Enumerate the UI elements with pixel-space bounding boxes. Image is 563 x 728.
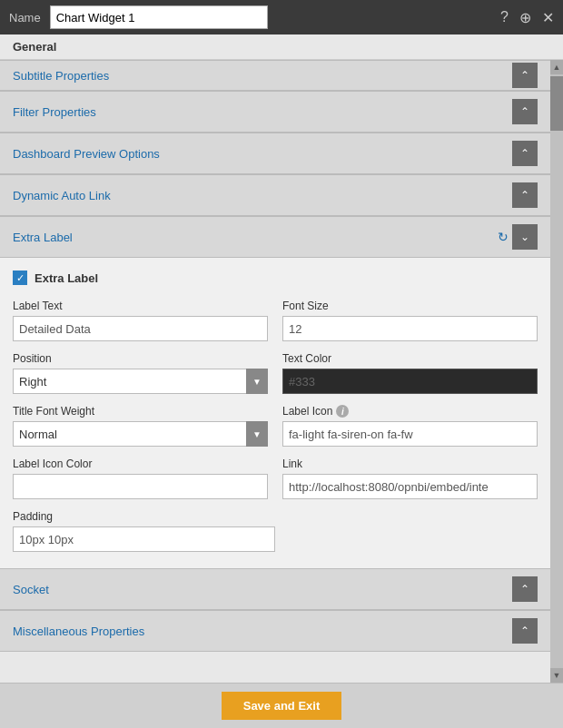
header: Name ? ⊕ ✕ (0, 0, 563, 34)
extra-label-checkbox-row: ✓ Extra Label (13, 271, 538, 285)
miscellaneous-label: Miscellaneous Properties (13, 625, 144, 638)
font-size-input[interactable] (282, 316, 538, 341)
header-icons: ? ⊕ ✕ (500, 9, 554, 26)
filter-label: Filter Properties (13, 105, 96, 119)
text-color-field: Text Color (282, 352, 538, 394)
form-grid: Label Text Font Size Position Right Left (13, 300, 538, 552)
name-label: Name (9, 11, 41, 25)
miscellaneous-chevron[interactable]: ⌃ (512, 618, 538, 644)
filter-section-header[interactable]: Filter Properties ⌃ (0, 91, 550, 133)
scrollbar[interactable]: ▲ ▼ (550, 60, 563, 683)
main-area: Subtitle Properties ⌃ Filter Properties … (0, 60, 563, 683)
font-size-label: Font Size (282, 300, 538, 312)
dashboard-preview-label: Dashboard Preview Options (13, 147, 160, 161)
label-icon-color-input[interactable] (13, 474, 268, 499)
save-exit-button[interactable]: Save and Exit (222, 692, 342, 720)
extra-label-content: ✓ Extra Label Label Text Font Size Posit… (0, 258, 550, 568)
label-icon-field: Label Icon i (282, 405, 538, 447)
link-input[interactable] (282, 474, 538, 499)
label-text-label: Label Text (13, 300, 268, 312)
socket-chevron[interactable]: ⌃ (512, 576, 538, 602)
extra-label-section-header[interactable]: Extra Label ↻ ⌄ (0, 216, 550, 258)
dynamic-auto-link-section-header[interactable]: Dynamic Auto Link ⌃ (0, 174, 550, 216)
general-tab[interactable]: General (0, 34, 563, 60)
extra-label-checkbox-label: Extra Label (35, 271, 98, 285)
title-font-weight-select[interactable]: Normal Bold Lighter (13, 421, 268, 447)
subtitle-chevron[interactable]: ⌃ (512, 63, 538, 88)
position-field: Position Right Left Center ▼ (13, 352, 268, 394)
position-select[interactable]: Right Left Center (13, 369, 268, 394)
label-icon-color-field: Label Icon Color (13, 457, 268, 499)
position-select-wrapper: Right Left Center ▼ (13, 369, 268, 394)
move-icon[interactable]: ⊕ (519, 9, 531, 26)
extra-label-section-actions: ↻ ⌄ (498, 224, 538, 250)
scrollbar-thumb[interactable] (550, 76, 563, 131)
label-icon-info[interactable]: i (336, 405, 349, 418)
refresh-icon[interactable]: ↻ (498, 230, 509, 244)
padding-label: Padding (13, 510, 538, 523)
scrollbar-up[interactable]: ▲ (550, 60, 563, 74)
miscellaneous-section-header[interactable]: Miscellaneous Properties ⌃ (0, 610, 550, 652)
padding-input[interactable] (13, 526, 275, 552)
extra-label-checkbox[interactable]: ✓ (13, 271, 27, 285)
help-icon[interactable]: ? (500, 9, 509, 26)
position-label: Position (13, 352, 268, 365)
label-icon-color-label: Label Icon Color (13, 457, 268, 470)
title-font-weight-label: Title Font Weight (13, 405, 268, 418)
dynamic-auto-link-label: Dynamic Auto Link (13, 189, 111, 202)
socket-section-header[interactable]: Socket ⌃ (0, 568, 550, 610)
label-icon-label: Label Icon i (282, 405, 538, 418)
title-font-weight-select-wrapper: Normal Bold Lighter ▼ (13, 421, 268, 447)
scroll-area[interactable]: Subtitle Properties ⌃ Filter Properties … (0, 60, 550, 683)
label-icon-input[interactable] (282, 421, 538, 447)
title-font-weight-field: Title Font Weight Normal Bold Lighter ▼ (13, 405, 268, 447)
subtitle-section-header[interactable]: Subtitle Properties ⌃ (0, 60, 550, 91)
text-color-label: Text Color (282, 352, 538, 365)
subtitle-label: Subtitle Properties (13, 69, 109, 83)
footer: Save and Exit (0, 683, 563, 728)
close-icon[interactable]: ✕ (542, 9, 554, 26)
extra-label-chevron[interactable]: ⌄ (512, 224, 538, 250)
font-size-field: Font Size (282, 300, 538, 341)
widget-name-input[interactable] (50, 5, 268, 29)
padding-field: Padding (13, 510, 538, 552)
filter-chevron[interactable]: ⌃ (512, 99, 538, 124)
link-label: Link (282, 457, 538, 470)
socket-label: Socket (13, 583, 49, 596)
dashboard-preview-chevron[interactable]: ⌃ (512, 141, 538, 166)
extra-label-section-label: Extra Label (13, 231, 73, 244)
label-text-input[interactable] (13, 316, 268, 341)
label-text-field: Label Text (13, 300, 268, 341)
dynamic-auto-link-chevron[interactable]: ⌃ (512, 182, 538, 208)
dashboard-preview-section-header[interactable]: Dashboard Preview Options ⌃ (0, 133, 550, 174)
text-color-input[interactable] (282, 369, 538, 394)
link-field: Link (282, 457, 538, 499)
scrollbar-down[interactable]: ▼ (550, 668, 563, 683)
general-tab-label: General (13, 40, 56, 54)
